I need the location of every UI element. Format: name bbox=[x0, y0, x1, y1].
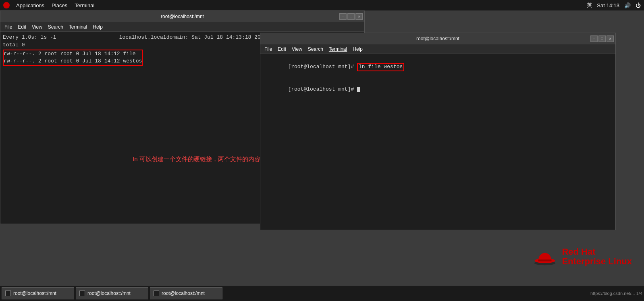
system-bar: Applications Places Terminal 英 Sat 14:13… bbox=[0, 0, 644, 10]
system-bar-menu: Applications Places Terminal bbox=[13, 2, 98, 9]
redhat-hat-icon bbox=[533, 247, 557, 266]
second-terminal-window: root@localhost:/mnt ─ □ ✕ File Edit View… bbox=[260, 33, 616, 230]
prompt-1: [root@localhost mnt]# bbox=[288, 64, 357, 70]
menu-view-2[interactable]: View bbox=[289, 46, 305, 53]
menu-terminal[interactable]: Terminal bbox=[71, 2, 98, 9]
file-listing-highlight: rw-r--r--. 2 root root 0 Jul 18 14:12 fi… bbox=[3, 50, 143, 66]
taskbar-item-1[interactable]: root@localhost:/mnt bbox=[2, 287, 74, 299]
minimize-button-2[interactable]: ─ bbox=[590, 35, 598, 42]
taskbar-label-1: root@localhost:/mnt bbox=[13, 291, 56, 296]
redhat-logo-icon bbox=[3, 2, 10, 8]
second-window-controls: ─ □ ✕ bbox=[590, 33, 614, 44]
second-body: [root@localhost mnt]# ln file westos [ro… bbox=[260, 54, 615, 230]
taskbar-icon-2 bbox=[79, 291, 85, 296]
menu-terminal-2[interactable]: Terminal bbox=[326, 46, 349, 53]
minimize-button[interactable]: ─ bbox=[339, 13, 347, 20]
redhat-text: Red Hat Enterprise Linux bbox=[562, 247, 632, 266]
menu-search-2[interactable]: Search bbox=[305, 46, 326, 53]
close-button[interactable]: ✕ bbox=[355, 13, 363, 20]
redhat-name: Red Hat bbox=[562, 247, 632, 257]
language-indicator: 英 bbox=[587, 2, 592, 9]
taskbar-item-3[interactable]: root@localhost:/mnt bbox=[150, 287, 222, 299]
menu-file-2[interactable]: File bbox=[262, 46, 274, 53]
command-text: ln file westos bbox=[359, 64, 403, 70]
menu-terminal[interactable]: Terminal bbox=[66, 23, 89, 31]
redhat-product: Enterprise Linux bbox=[562, 257, 632, 266]
menu-file[interactable]: File bbox=[2, 23, 15, 31]
close-button-2[interactable]: ✕ bbox=[607, 35, 614, 42]
prompt-2: [root@localhost mnt]# bbox=[288, 86, 357, 92]
second-title: root@localhost:/mnt bbox=[416, 36, 459, 42]
second-line1: [root@localhost mnt]# ln file westos bbox=[263, 56, 613, 79]
menu-search[interactable]: Search bbox=[46, 23, 66, 31]
watch-titlebar: root@localhost:/mnt ─ □ ✕ bbox=[0, 11, 364, 22]
watch-window-controls: ─ □ ✕ bbox=[339, 11, 363, 22]
cursor bbox=[357, 87, 360, 92]
maximize-button-2[interactable]: □ bbox=[598, 35, 606, 42]
menu-help-2[interactable]: Help bbox=[350, 46, 365, 53]
taskbar: root@localhost:/mnt root@localhost:/mnt … bbox=[0, 286, 644, 301]
menu-places[interactable]: Places bbox=[48, 2, 71, 9]
watch-title: root@localhost:/mnt bbox=[161, 14, 204, 19]
svg-rect-2 bbox=[538, 259, 552, 262]
system-bar-right: 英 Sat 14:13 🔊 ⏻ bbox=[587, 2, 641, 9]
redhat-branding: Red Hat Enterprise Linux bbox=[533, 247, 632, 266]
system-bar-left: Applications Places Terminal bbox=[3, 2, 98, 9]
taskbar-pageinfo: https://blog.csdn.net/... 1/4 bbox=[590, 291, 642, 296]
second-titlebar: root@localhost:/mnt ─ □ ✕ bbox=[260, 33, 615, 44]
menu-view[interactable]: View bbox=[29, 23, 45, 31]
desktop: root@localhost:/mnt ─ □ ✕ File Edit View… bbox=[0, 10, 644, 286]
taskbar-label-2: root@localhost:/mnt bbox=[87, 291, 131, 296]
taskbar-icon-1 bbox=[5, 291, 11, 296]
cmd-highlight-box: ln file westos bbox=[357, 63, 404, 71]
file-line-2: rw-r--r--. 2 root root 0 Jul 18 14:12 we… bbox=[4, 58, 142, 65]
taskbar-item-2[interactable]: root@localhost:/mnt bbox=[76, 287, 148, 299]
power-icon[interactable]: ⏻ bbox=[636, 2, 641, 8]
clock: Sat 14:13 bbox=[597, 2, 619, 8]
file-line-1: rw-r--r--. 2 root root 0 Jul 18 14:12 fi… bbox=[4, 50, 142, 58]
taskbar-label-3: root@localhost:/mnt bbox=[162, 291, 205, 296]
second-menubar: File Edit View Search Terminal Help bbox=[260, 44, 615, 54]
maximize-button[interactable]: □ bbox=[347, 13, 355, 20]
taskbar-icon-3 bbox=[154, 291, 159, 296]
second-line2: [root@localhost mnt]# bbox=[263, 79, 613, 101]
watch-menubar: File Edit View Search Terminal Help bbox=[0, 22, 364, 32]
menu-edit[interactable]: Edit bbox=[15, 23, 29, 31]
menu-applications[interactable]: Applications bbox=[13, 2, 48, 9]
menu-edit-2[interactable]: Edit bbox=[275, 46, 289, 53]
volume-icon[interactable]: 🔊 bbox=[624, 2, 631, 8]
menu-help[interactable]: Help bbox=[90, 23, 105, 31]
